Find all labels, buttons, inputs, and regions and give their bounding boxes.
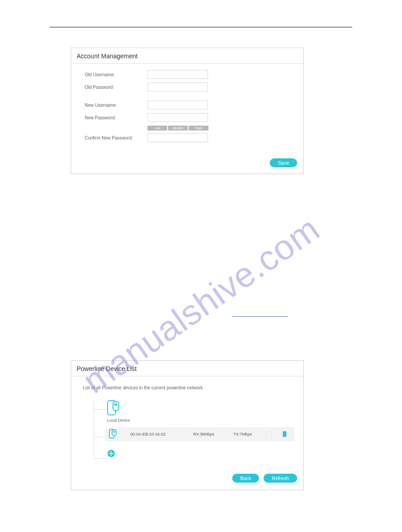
local-device-node: Local Device (107, 400, 294, 423)
powerline-description: List of all Powerline devices in the cur… (83, 385, 294, 390)
strength-middle: Middle (168, 126, 188, 131)
svg-point-6 (113, 431, 115, 433)
refresh-button[interactable]: Refresh (264, 474, 297, 483)
svg-rect-12 (109, 453, 113, 454)
new-username-input[interactable] (147, 100, 208, 109)
panel-title: Powerline Device List (71, 361, 303, 376)
new-username-label: New Username: (85, 103, 147, 108)
tree-branch (94, 437, 105, 437)
save-button[interactable]: Save (270, 158, 297, 167)
trash-icon[interactable] (282, 431, 287, 437)
panel-title: Account Management (71, 48, 303, 64)
powerline-device-list-panel: Powerline Device List List of all Powerl… (71, 360, 304, 490)
powerline-device-icon (107, 400, 120, 415)
password-strength-meter: Low Middle High (147, 126, 294, 131)
svg-rect-9 (284, 431, 285, 432)
old-password-input[interactable] (147, 83, 208, 92)
svg-rect-3 (115, 403, 117, 404)
old-username-input[interactable] (147, 70, 208, 79)
device-tx: TX:7Mbps (233, 432, 260, 436)
new-password-label: New Password: (85, 115, 147, 120)
local-device-label: Local Device (107, 418, 294, 423)
powerline-device-icon (109, 429, 117, 440)
new-password-input[interactable] (147, 113, 208, 122)
old-username-label: Old Username: (85, 72, 147, 77)
account-management-panel: Account Management Old Username: Old Pas… (71, 48, 304, 174)
inline-link-underline (232, 316, 288, 317)
svg-rect-7 (283, 432, 286, 437)
back-button[interactable]: Back (232, 474, 259, 483)
strength-low: Low (147, 126, 167, 131)
old-password-label: Old Password: (85, 85, 147, 90)
tree-branch (94, 458, 105, 459)
confirm-new-password-label: Confirm New Password: (85, 135, 147, 140)
header-rule (50, 27, 352, 27)
confirm-new-password-input[interactable] (147, 133, 208, 142)
add-device-icon[interactable] (107, 453, 115, 458)
device-rx: RX:36Mbps (193, 432, 225, 436)
device-mac: 00-0A-EB-10-16-22 (130, 432, 184, 436)
row-separator (271, 430, 272, 438)
strength-high: High (189, 126, 208, 131)
tree-branch (94, 409, 105, 410)
remote-device-row: 00-0A-EB-10-16-22 RX:36Mbps TX:7Mbps (105, 427, 294, 441)
